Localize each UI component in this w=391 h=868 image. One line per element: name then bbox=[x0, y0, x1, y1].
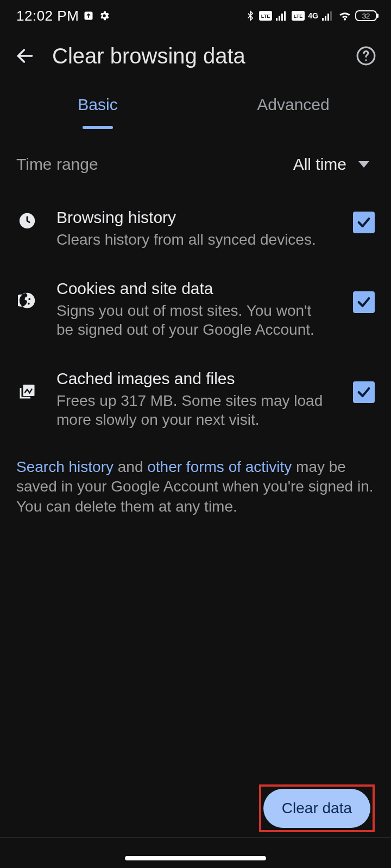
tab-advanced[interactable]: Advanced bbox=[195, 80, 391, 129]
svg-rect-23 bbox=[23, 385, 35, 396]
clock-icon bbox=[16, 212, 38, 230]
signal-icon-2 bbox=[321, 10, 335, 21]
svg-point-22 bbox=[23, 297, 25, 299]
info-text: Search history and other forms of activi… bbox=[0, 444, 391, 516]
status-time: 12:02 PM bbox=[16, 8, 79, 24]
clear-data-button[interactable]: Clear data bbox=[263, 789, 370, 828]
tab-basic[interactable]: Basic bbox=[0, 80, 195, 129]
svg-point-19 bbox=[24, 301, 26, 303]
help-button[interactable] bbox=[353, 43, 379, 69]
time-range-select[interactable]: All time bbox=[293, 155, 375, 174]
item-body: Browsing history Clears history from all… bbox=[56, 208, 335, 249]
svg-rect-9 bbox=[322, 18, 324, 21]
bottom-divider bbox=[0, 837, 391, 838]
tab-basic-label: Basic bbox=[78, 95, 117, 114]
item-body: Cookies and site data Signs you out of m… bbox=[56, 279, 335, 339]
app-header: Clear browsing data bbox=[0, 31, 391, 80]
upload-icon bbox=[83, 10, 94, 21]
item-cached[interactable]: Cached images and files Frees up 317 MB.… bbox=[0, 354, 391, 444]
info-mid1: and bbox=[113, 458, 147, 475]
cookie-icon bbox=[16, 291, 38, 310]
signal-icon-1 bbox=[275, 10, 288, 21]
svg-rect-4 bbox=[279, 16, 280, 21]
item-browsing-history[interactable]: Browsing history Clears history from all… bbox=[0, 193, 391, 264]
battery-text: 32 bbox=[362, 12, 370, 20]
svg-point-21 bbox=[28, 298, 30, 300]
clear-data-highlight: Clear data bbox=[259, 784, 375, 832]
time-range-value: All time bbox=[293, 155, 346, 174]
svg-rect-3 bbox=[276, 18, 278, 21]
checkbox-cached[interactable] bbox=[353, 381, 375, 403]
svg-rect-10 bbox=[325, 16, 326, 21]
svg-text:LTE: LTE bbox=[261, 14, 270, 19]
svg-rect-14 bbox=[377, 14, 379, 18]
svg-rect-5 bbox=[281, 14, 283, 21]
item-desc: Frees up 317 MB. Some sites may load mor… bbox=[56, 391, 329, 429]
item-desc: Clears history from all synced devices. bbox=[56, 230, 329, 249]
network-4g-icon: 4G bbox=[308, 11, 318, 20]
battery-icon: 32 bbox=[355, 10, 379, 22]
item-body: Cached images and files Frees up 317 MB.… bbox=[56, 369, 335, 429]
link-other-activity[interactable]: other forms of activity bbox=[147, 458, 292, 475]
item-title: Cookies and site data bbox=[56, 279, 329, 298]
status-left: 12:02 PM bbox=[16, 8, 110, 24]
checkbox-cookies[interactable] bbox=[353, 291, 375, 313]
tab-underline bbox=[83, 126, 113, 129]
svg-rect-12 bbox=[330, 11, 332, 21]
time-range-label: Time range bbox=[16, 155, 98, 174]
time-range-row: Time range All time bbox=[0, 129, 391, 193]
gear-icon bbox=[98, 10, 110, 22]
checkbox-browsing-history[interactable] bbox=[353, 212, 375, 233]
wifi-icon bbox=[338, 10, 352, 22]
volte-icon-2: LTE bbox=[292, 11, 305, 21]
image-stack-icon bbox=[16, 381, 38, 401]
tabs: Basic Advanced bbox=[0, 80, 391, 129]
svg-rect-11 bbox=[327, 14, 329, 21]
item-title: Browsing history bbox=[56, 208, 329, 227]
nav-home-indicator[interactable] bbox=[125, 856, 266, 860]
svg-rect-6 bbox=[284, 11, 286, 21]
svg-point-17 bbox=[365, 59, 367, 61]
item-title: Cached images and files bbox=[56, 369, 329, 388]
back-button[interactable] bbox=[12, 43, 38, 69]
item-cookies[interactable]: Cookies and site data Signs you out of m… bbox=[0, 264, 391, 354]
chevron-down-icon bbox=[358, 161, 369, 168]
volte-icon-1: LTE bbox=[259, 11, 272, 21]
bluetooth-icon bbox=[245, 9, 256, 23]
page-title: Clear browsing data bbox=[52, 44, 339, 68]
status-right: LTE LTE 4G 32 bbox=[245, 9, 379, 23]
status-bar: 12:02 PM LTE LTE 4G 32 bbox=[0, 0, 391, 31]
svg-text:LTE: LTE bbox=[294, 14, 302, 19]
svg-point-20 bbox=[28, 303, 30, 305]
item-desc: Signs you out of most sites. You won't b… bbox=[56, 301, 329, 339]
tab-advanced-label: Advanced bbox=[257, 95, 329, 114]
link-search-history[interactable]: Search history bbox=[16, 458, 113, 475]
